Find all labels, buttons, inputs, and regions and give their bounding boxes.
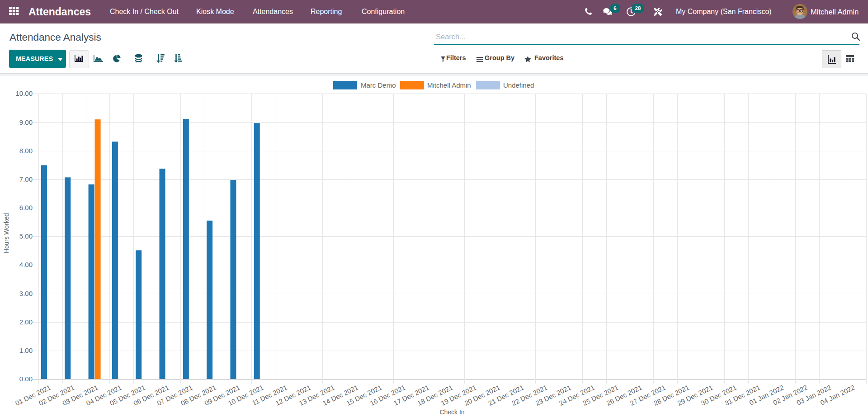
svg-text:1.00: 1.00 (19, 347, 33, 354)
svg-text:10.00: 10.00 (15, 89, 33, 97)
svg-text:7.00: 7.00 (19, 175, 33, 183)
svg-text:Mitchell Admin: Mitchell Admin (427, 81, 471, 89)
svg-text:Undefined: Undefined (503, 81, 534, 89)
svg-text:Marc Demo: Marc Demo (361, 81, 396, 89)
svg-text:5.00: 5.00 (19, 232, 33, 240)
svg-text:Check In: Check In (439, 408, 464, 416)
svg-text:8.00: 8.00 (19, 147, 33, 155)
svg-text:9.00: 9.00 (19, 118, 33, 126)
svg-text:2.00: 2.00 (19, 318, 33, 326)
svg-text:0.00: 0.00 (19, 375, 33, 383)
svg-text:6.00: 6.00 (19, 204, 33, 211)
svg-text:Hours Worked: Hours Worked (3, 213, 10, 253)
svg-text:3.00: 3.00 (19, 290, 33, 297)
svg-text:4.00: 4.00 (19, 261, 33, 268)
